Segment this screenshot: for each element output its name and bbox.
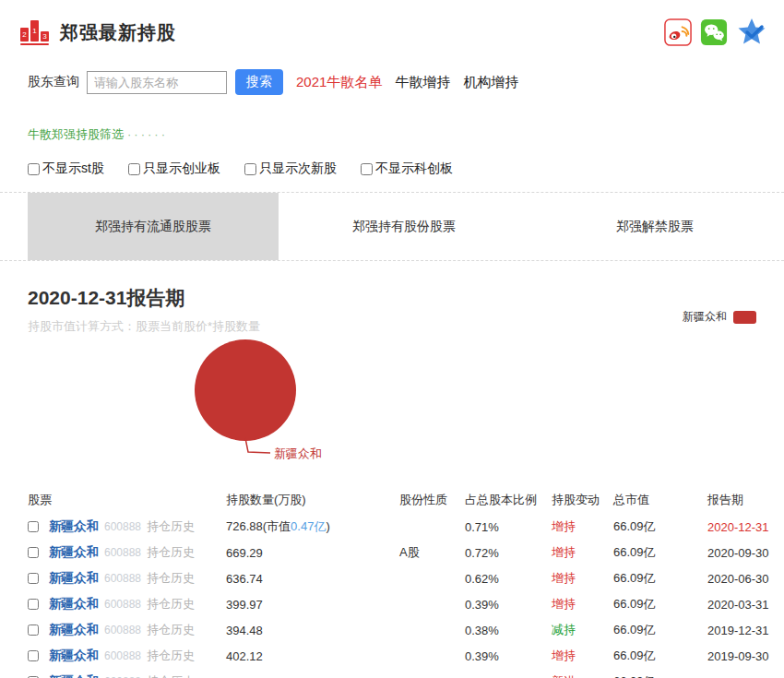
filter-section-title: 牛散郑强持股筛选······ [28, 126, 784, 143]
holding-history-link[interactable]: 持仓历史 [147, 518, 195, 535]
tab-unlocked-shares[interactable]: 郑强解禁股票 [529, 193, 780, 260]
report-date-cell: 2020-09-30 [706, 546, 784, 560]
tab-circulating-shares[interactable]: 郑强持有流通股股票 [28, 193, 279, 260]
checkbox-only-chinext[interactable] [128, 163, 140, 175]
search-bar: 股东查询 搜索 2021牛散名单 牛散增持 机构增持 [28, 69, 784, 95]
ratio-cell: 0.71% [461, 520, 549, 534]
legend-swatch [733, 311, 756, 324]
filter-checkbox-only-chinext[interactable]: 只显示创业板 [128, 161, 220, 177]
stock-name-link[interactable]: 新疆众和 [49, 673, 99, 678]
holding-history-link[interactable]: 持仓历史 [147, 544, 195, 561]
podium-bar-1: 1 [30, 20, 39, 42]
search-button[interactable]: 搜索 [235, 69, 283, 95]
checkbox-hide-star[interactable] [361, 163, 373, 175]
quantity-cell: 399.97 [226, 598, 392, 612]
filter-checkbox-hide-st[interactable]: 不显示st股 [28, 161, 104, 177]
weibo-share-icon[interactable] [664, 18, 692, 46]
stock-name-link[interactable]: 新疆众和 [49, 622, 99, 638]
report-section: 2020-12-31报告期 持股市值计算方式：股票当前股价*持股数量 新疆众和 [28, 285, 784, 335]
holding-history-link[interactable]: 持仓历史 [147, 622, 195, 638]
col-header-report-date: 报告期 [706, 492, 784, 508]
row-select-checkbox[interactable] [28, 547, 39, 558]
podium-base [20, 43, 49, 45]
table-body: 新疆众和600888持仓历史726.88(市值0.47亿)0.71%增持66.0… [28, 514, 784, 678]
link-2021-niusan-list[interactable]: 2021牛散名单 [296, 74, 382, 91]
col-header-quantity: 持股数量(万股) [226, 492, 392, 508]
total-value-cell: 66.09亿 [613, 622, 706, 638]
stock-cell: 新疆众和600888持仓历史 [28, 673, 226, 678]
wechat-share-icon[interactable] [700, 18, 728, 46]
stock-cell: 新疆众和600888持仓历史 [28, 518, 226, 535]
podium-bar-3: 3 [41, 31, 49, 42]
checkbox-label: 只显示创业板 [143, 161, 220, 177]
total-value-cell: 66.09亿 [613, 596, 706, 613]
quantity-cell: 204.05 [226, 675, 392, 678]
podium-bar-2: 2 [20, 28, 29, 42]
stock-cell: 新疆众和600888持仓历史 [28, 570, 226, 587]
checkbox-hide-st[interactable] [28, 163, 40, 175]
ratio-cell: 0.24% [461, 675, 549, 678]
favorite-star-icon[interactable] [736, 17, 767, 48]
row-select-checkbox[interactable] [28, 624, 39, 636]
market-value-note: 0.47亿 [291, 519, 326, 533]
change-cell: 增持 [549, 570, 613, 587]
total-value-cell: 66.09亿 [613, 648, 706, 664]
table-row: 新疆众和600888持仓历史399.970.39%增持66.09亿2020-03… [28, 591, 784, 617]
stock-code: 600888 [104, 546, 141, 559]
table-row: 新疆众和600888持仓历史394.480.38%减持66.09亿2019-12… [28, 617, 784, 643]
pie-slice-xinjiang-zhonghe[interactable] [195, 339, 296, 441]
stock-cell: 新疆众和600888持仓历史 [28, 622, 226, 638]
report-date-cell: 2020-03-31 [706, 598, 784, 612]
holding-history-link[interactable]: 持仓历史 [147, 596, 195, 613]
col-header-total-value: 总市值 [613, 492, 706, 508]
stock-name-link[interactable]: 新疆众和 [49, 596, 99, 613]
row-select-checkbox[interactable] [28, 650, 39, 661]
filter-checkbox-hide-star[interactable]: 不显示科创板 [361, 161, 453, 177]
col-header-stock: 股票 [28, 492, 226, 508]
chart-legend[interactable]: 新疆众和 [683, 309, 756, 325]
holding-history-link[interactable]: 持仓历史 [147, 648, 195, 664]
table-row: 新疆众和600888持仓历史636.740.62%增持66.09亿2020-06… [28, 565, 784, 591]
checkbox-only-subnew[interactable] [244, 163, 256, 175]
change-cell: 增持 [549, 648, 613, 664]
quantity-cell: 402.12 [226, 649, 392, 663]
col-header-nature: 股份性质 [392, 492, 461, 508]
stock-cell: 新疆众和600888持仓历史 [28, 648, 226, 664]
filter-checkbox-only-subnew[interactable]: 只显示次新股 [244, 161, 337, 177]
change-cell: 新进 [549, 673, 613, 678]
stock-name-link[interactable]: 新疆众和 [49, 570, 99, 587]
holdings-tabs: 郑强持有流通股股票 郑强持有股份股票 郑强解禁股票 [0, 192, 784, 261]
stock-name-link[interactable]: 新疆众和 [49, 544, 99, 561]
table-row: 新疆众和600888持仓历史669.29A股0.72%增持66.09亿2020-… [28, 540, 784, 565]
table-header-row: 股票 持股数量(万股) 股份性质 占总股本比例 持股变动 总市值 报告期 [28, 486, 784, 514]
ratio-cell: 0.39% [461, 649, 549, 663]
row-select-checkbox[interactable] [28, 573, 39, 584]
ratio-cell: 0.72% [461, 546, 549, 560]
pie-callout-label: 新疆众和 [274, 446, 322, 462]
stock-cell: 新疆众和600888持仓历史 [28, 544, 226, 561]
ratio-cell: 0.38% [461, 624, 549, 637]
stock-name-link[interactable]: 新疆众和 [49, 518, 99, 535]
report-subtitle: 持股市值计算方式：股票当前股价*持股数量 [28, 318, 784, 335]
change-cell: 减持 [549, 622, 613, 638]
share-nature-cell: A股 [392, 544, 461, 561]
holding-history-link[interactable]: 持仓历史 [147, 570, 195, 587]
row-select-checkbox[interactable] [28, 521, 39, 532]
stock-name-link[interactable]: 新疆众和 [49, 648, 99, 664]
report-date-cell: 2020-06-30 [706, 572, 784, 586]
tab-all-shares[interactable]: 郑强持有股份股票 [279, 193, 529, 260]
stock-cell: 新疆众和600888持仓历史 [28, 596, 226, 613]
link-niusan-increase[interactable]: 牛散增持 [395, 74, 450, 91]
filter-checkboxes: 不显示st股 只显示创业板 只显示次新股 不显示科创板 [28, 161, 784, 177]
report-date-cell: 2019-12-31 [706, 624, 784, 637]
total-value-cell: 66.09亿 [613, 570, 706, 587]
ratio-cell: 0.39% [461, 598, 549, 612]
row-select-checkbox[interactable] [28, 599, 39, 610]
stock-code: 600888 [104, 520, 141, 533]
holding-history-link[interactable]: 持仓历史 [147, 673, 195, 678]
link-institution-increase[interactable]: 机构增持 [463, 74, 518, 91]
social-share-icons [664, 17, 767, 48]
header: 2 1 3 郑强最新持股 [0, 0, 784, 48]
ratio-cell: 0.62% [461, 572, 549, 586]
search-input[interactable] [87, 71, 227, 94]
